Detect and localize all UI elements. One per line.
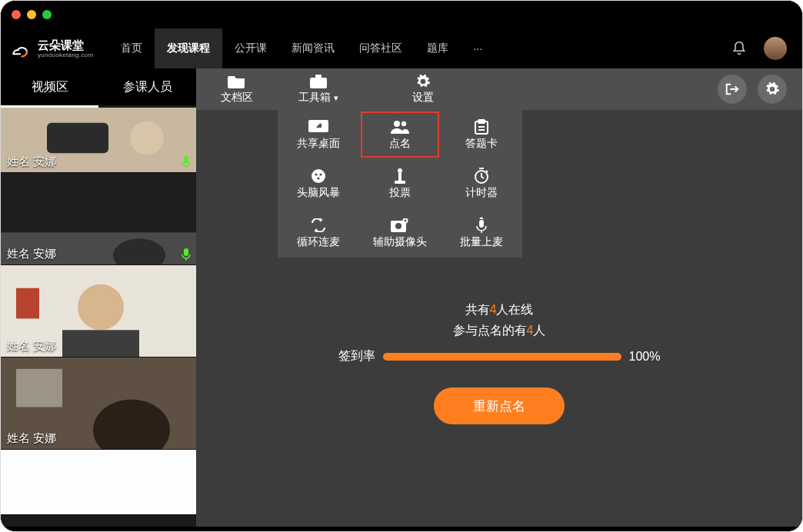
window-close[interactable]: [12, 10, 21, 19]
svg-rect-9: [16, 288, 39, 319]
video-caption: 姓名 安娜: [1, 153, 62, 171]
window-titlebar: [1, 1, 802, 28]
window-maximize[interactable]: [42, 10, 52, 19]
tool-label: 共享桌面: [297, 137, 340, 151]
main-panel: 文档区 工具箱 设置: [196, 68, 802, 527]
video-caption: 姓名 安娜: [1, 337, 62, 355]
camera-plus-icon: [391, 217, 409, 234]
tool-label: 批量上麦: [460, 235, 503, 249]
tool-label: 投票: [389, 186, 411, 200]
svg-rect-14: [16, 369, 62, 407]
svg-point-19: [402, 121, 406, 126]
nav-discover-courses[interactable]: 发现课程: [155, 28, 222, 68]
svg-rect-21: [478, 120, 485, 123]
rate-percent: 100%: [629, 350, 661, 364]
video-tile[interactable]: 姓名 安娜: [1, 173, 196, 265]
tool-brainstorm[interactable]: 头脑风暴: [278, 159, 359, 208]
folder-icon: [228, 74, 246, 89]
loop-icon: [310, 217, 327, 234]
svg-point-23: [315, 173, 317, 175]
svg-rect-16: [315, 75, 322, 78]
notification-bell-icon[interactable]: [731, 41, 747, 56]
app-logo[interactable]: 云朵课堂 yunduoketang.com: [8, 39, 93, 58]
tab-participants[interactable]: 参课人员: [98, 68, 196, 105]
svg-point-18: [394, 121, 400, 127]
tool-label: 答题卡: [465, 137, 498, 151]
toolbar-docs-label: 文档区: [221, 91, 253, 105]
tool-batch-mic[interactable]: 批量上麦: [441, 208, 522, 258]
nav-qa[interactable]: 问答社区: [347, 28, 415, 68]
svg-point-25: [317, 177, 319, 179]
cloud-icon: [8, 39, 33, 58]
tool-share-desktop[interactable]: 共享桌面: [278, 110, 359, 159]
window-minimize[interactable]: [27, 10, 36, 19]
logo-title: 云朵课堂: [38, 39, 93, 51]
video-caption: 姓名 安娜: [1, 430, 62, 447]
redo-roll-call-button[interactable]: 重新点名: [434, 387, 565, 424]
brainstorm-icon: [311, 168, 326, 185]
gear-icon: [415, 74, 431, 89]
online-count-line: 共有4人在线: [465, 302, 534, 318]
svg-point-10: [78, 284, 124, 331]
mic-icon: [181, 248, 192, 261]
tool-roll-call[interactable]: 点名: [359, 110, 441, 159]
nav-open-courses[interactable]: 公开课: [222, 28, 279, 68]
svg-rect-27: [398, 173, 402, 181]
video-tile[interactable]: 姓名 安娜: [1, 108, 196, 173]
tab-video-area[interactable]: 视频区: [1, 68, 98, 105]
nav-home[interactable]: 首页: [108, 28, 155, 68]
tool-loop-mic[interactable]: 循环连麦: [278, 208, 359, 258]
people-icon: [391, 118, 409, 135]
progress-bar: [383, 353, 621, 361]
vote-icon: [393, 168, 407, 185]
svg-point-26: [398, 168, 402, 173]
nav-more[interactable]: ···: [461, 28, 495, 68]
tool-label: 计时器: [465, 186, 498, 200]
tool-answer-card[interactable]: 答题卡: [441, 110, 522, 159]
settings-gear-button[interactable]: [758, 75, 787, 104]
tool-timer[interactable]: 计时器: [441, 159, 522, 208]
mic-up-icon: [475, 217, 488, 234]
left-sidebar: 视频区 参课人员 姓名 安娜 姓名 安娜 姓名 安娜: [1, 68, 196, 527]
video-tile[interactable]: 姓名 安娜: [1, 357, 196, 450]
roll-call-stats: 共有4人在线 参与点名的有4人 签到率 100% 重新点名: [196, 302, 802, 424]
top-nav: 云朵课堂 yunduoketang.com 首页 发现课程 公开课 新闻资讯 问…: [1, 28, 802, 68]
video-list: 姓名 安娜 姓名 安娜 姓名 安娜 姓名 安娜: [1, 108, 196, 527]
svg-point-2: [130, 121, 164, 155]
svg-point-24: [319, 173, 322, 175]
toolbox-dropdown: 共享桌面 点名 答题卡 头脑风暴 投票: [278, 110, 522, 258]
svg-rect-15: [310, 78, 327, 88]
mic-icon: [181, 155, 192, 169]
svg-rect-11: [62, 330, 139, 357]
logout-button[interactable]: [718, 75, 747, 104]
svg-rect-1: [47, 123, 108, 154]
nav-news[interactable]: 新闻资讯: [279, 28, 347, 68]
logo-subtitle: yunduoketang.com: [38, 52, 93, 58]
toolbar-docs[interactable]: 文档区: [196, 68, 278, 110]
svg-rect-3: [184, 156, 188, 164]
tool-vote[interactable]: 投票: [359, 159, 441, 208]
video-tile-empty[interactable]: [1, 450, 196, 515]
roll-count-line: 参与点名的有4人: [453, 323, 546, 339]
video-tile[interactable]: 姓名 安娜: [1, 265, 196, 357]
toolbar-toolbox[interactable]: 工具箱: [278, 68, 359, 110]
nav-items: 首页 发现课程 公开课 新闻资讯 问答社区 题库 ···: [108, 28, 495, 68]
screen-share-icon: [308, 118, 328, 135]
briefcase-icon: [310, 74, 327, 89]
nav-question-bank[interactable]: 题库: [415, 28, 461, 68]
user-avatar[interactable]: [764, 37, 787, 60]
toolbar-settings-label: 设置: [412, 91, 434, 105]
tool-label: 点名: [389, 137, 411, 151]
tool-label: 辅助摄像头: [373, 235, 427, 249]
video-caption: 姓名 安娜: [1, 245, 62, 263]
toolbar-toolbox-label: 工具箱: [298, 91, 338, 105]
tool-aux-camera[interactable]: 辅助摄像头: [359, 208, 441, 258]
svg-rect-33: [479, 220, 484, 228]
svg-rect-28: [395, 181, 405, 184]
timer-icon: [474, 168, 489, 185]
signin-rate-row: 签到率 100%: [338, 348, 661, 364]
svg-point-22: [312, 169, 325, 183]
toolbar-settings[interactable]: 设置: [382, 68, 464, 110]
toolbar: 文档区 工具箱 设置: [196, 68, 802, 110]
clipboard-icon: [475, 118, 488, 135]
